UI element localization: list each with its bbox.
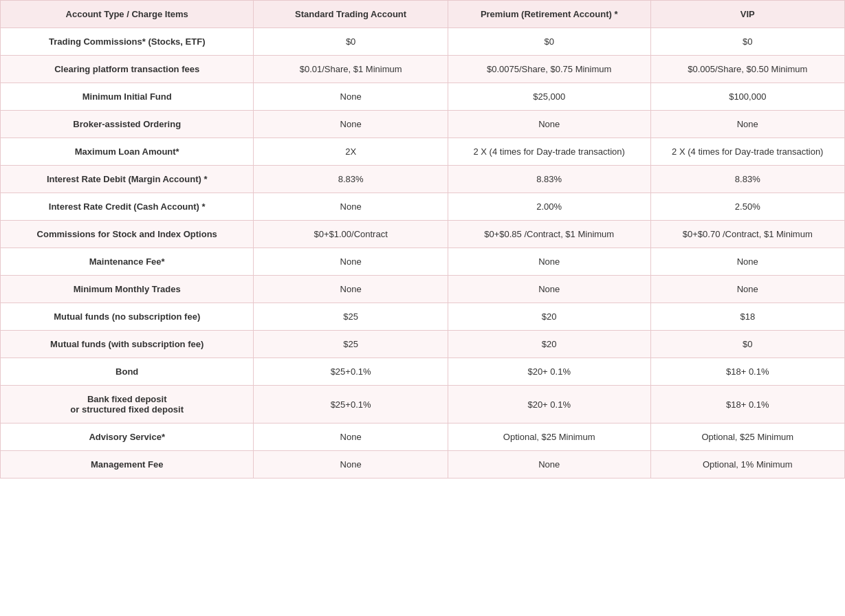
vip-value: Optional, 1% Minimum	[650, 451, 844, 478]
standard-value: None	[254, 451, 448, 478]
premium-value: None	[448, 248, 650, 276]
table-row: Interest Rate Credit (Cash Account) *Non…	[1, 193, 845, 221]
charge-item-label: Clearing platform transaction fees	[1, 56, 254, 83]
table-row: Minimum Initial FundNone$25,000$100,000	[1, 83, 845, 111]
premium-value: 2 X (4 times for Day-trade transaction)	[448, 138, 650, 166]
standard-value: None	[254, 193, 448, 221]
premium-value: $0.0075/Share, $0.75 Minimum	[448, 56, 650, 83]
charge-item-label: Minimum Initial Fund	[1, 83, 254, 111]
vip-value: 2.50%	[650, 193, 844, 221]
premium-value: $20	[448, 331, 650, 358]
premium-value: None	[448, 451, 650, 478]
standard-value: 8.83%	[254, 166, 448, 193]
charge-item-label: Mutual funds (with subscription fee)	[1, 331, 254, 358]
table-row: Management FeeNoneNoneOptional, 1% Minim…	[1, 451, 845, 478]
standard-value: None	[254, 424, 448, 451]
charge-item-label: Commissions for Stock and Index Options	[1, 221, 254, 248]
vip-value: $0	[650, 331, 844, 358]
premium-value: $20+ 0.1%	[448, 386, 650, 424]
premium-value: $0	[448, 28, 650, 56]
table-row: Advisory Service*NoneOptional, $25 Minim…	[1, 424, 845, 451]
vip-value: $0.005/Share, $0.50 Minimum	[650, 56, 844, 83]
charge-item-label: Advisory Service*	[1, 424, 254, 451]
premium-value: Optional, $25 Minimum	[448, 424, 650, 451]
standard-value: None	[254, 276, 448, 303]
table-row: Broker-assisted OrderingNoneNoneNone	[1, 111, 845, 138]
vip-value: $100,000	[650, 83, 844, 111]
vip-value: $18	[650, 303, 844, 331]
standard-value: $25	[254, 331, 448, 358]
charge-item-label: Minimum Monthly Trades	[1, 276, 254, 303]
vip-value: None	[650, 276, 844, 303]
charge-item-label: Maximum Loan Amount*	[1, 138, 254, 166]
premium-value: $25,000	[448, 83, 650, 111]
vip-value: $18+ 0.1%	[650, 358, 844, 386]
header-premium: Premium (Retirement Account) *	[448, 1, 650, 28]
vip-value: None	[650, 248, 844, 276]
vip-value: 2 X (4 times for Day-trade transaction)	[650, 138, 844, 166]
header-charge-items: Account Type / Charge Items	[1, 1, 254, 28]
table-row: Commissions for Stock and Index Options$…	[1, 221, 845, 248]
header-vip: VIP	[650, 1, 844, 28]
vip-value: None	[650, 111, 844, 138]
table-row: Clearing platform transaction fees$0.01/…	[1, 56, 845, 83]
premium-value: 2.00%	[448, 193, 650, 221]
header-standard: Standard Trading Account	[254, 1, 448, 28]
premium-value: $20+ 0.1%	[448, 358, 650, 386]
charge-item-label: Interest Rate Credit (Cash Account) *	[1, 193, 254, 221]
table-row: Interest Rate Debit (Margin Account) *8.…	[1, 166, 845, 193]
table-row: Maximum Loan Amount*2X2 X (4 times for D…	[1, 138, 845, 166]
vip-value: $0+$0.70 /Contract, $1 Minimum	[650, 221, 844, 248]
charge-item-label: Maintenance Fee*	[1, 248, 254, 276]
standard-value: $25+0.1%	[254, 386, 448, 424]
table-row: Bank fixed depositor structured fixed de…	[1, 386, 845, 424]
charge-item-label: Bank fixed depositor structured fixed de…	[1, 386, 254, 424]
table-row: Mutual funds (with subscription fee)$25$…	[1, 331, 845, 358]
charge-item-label: Broker-assisted Ordering	[1, 111, 254, 138]
table-row: Minimum Monthly TradesNoneNoneNone	[1, 276, 845, 303]
charge-item-label: Mutual funds (no subscription fee)	[1, 303, 254, 331]
table-row: Trading Commissions* (Stocks, ETF)$0$0$0	[1, 28, 845, 56]
standard-value: $0	[254, 28, 448, 56]
standard-value: None	[254, 83, 448, 111]
standard-value: None	[254, 248, 448, 276]
vip-value: Optional, $25 Minimum	[650, 424, 844, 451]
premium-value: $0+$0.85 /Contract, $1 Minimum	[448, 221, 650, 248]
premium-value: None	[448, 276, 650, 303]
premium-value: 8.83%	[448, 166, 650, 193]
standard-value: 2X	[254, 138, 448, 166]
standard-value: $0.01/Share, $1 Minimum	[254, 56, 448, 83]
table-row: Maintenance Fee*NoneNoneNone	[1, 248, 845, 276]
account-type-table: Account Type / Charge Items Standard Tra…	[0, 0, 845, 478]
vip-value: $0	[650, 28, 844, 56]
premium-value: $20	[448, 303, 650, 331]
standard-value: $0+$1.00/Contract	[254, 221, 448, 248]
table-row: Mutual funds (no subscription fee)$25$20…	[1, 303, 845, 331]
charge-item-label: Bond	[1, 358, 254, 386]
table-row: Bond$25+0.1%$20+ 0.1%$18+ 0.1%	[1, 358, 845, 386]
premium-value: None	[448, 111, 650, 138]
charge-item-label: Interest Rate Debit (Margin Account) *	[1, 166, 254, 193]
vip-value: 8.83%	[650, 166, 844, 193]
standard-value: $25	[254, 303, 448, 331]
vip-value: $18+ 0.1%	[650, 386, 844, 424]
standard-value: None	[254, 111, 448, 138]
charge-item-label: Trading Commissions* (Stocks, ETF)	[1, 28, 254, 56]
charge-item-label: Management Fee	[1, 451, 254, 478]
standard-value: $25+0.1%	[254, 358, 448, 386]
